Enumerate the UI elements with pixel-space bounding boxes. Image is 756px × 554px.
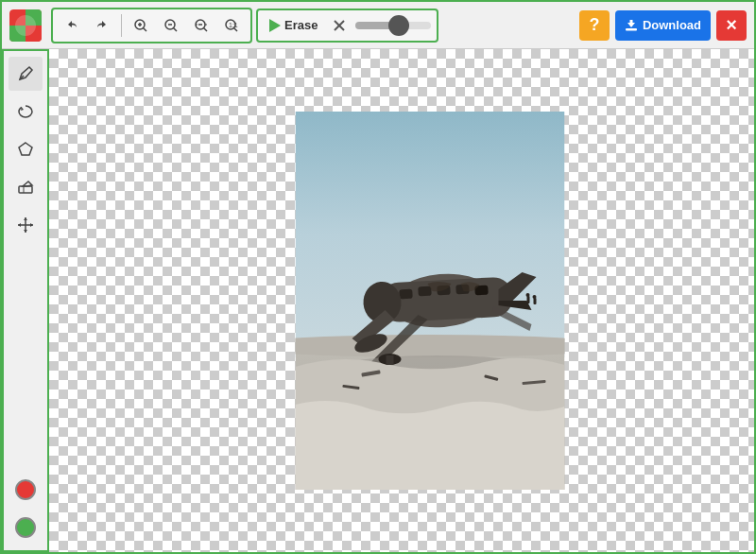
svg-marker-33 — [30, 223, 33, 227]
svg-marker-32 — [18, 223, 21, 227]
top-toolbar: 1:1 Erase ? — [2, 2, 754, 49]
left-sidebar — [2, 49, 49, 552]
redo-button[interactable] — [89, 12, 115, 39]
erase-button[interactable]: Erase — [264, 15, 323, 35]
history-zoom-group: 1:1 — [51, 8, 252, 43]
svg-text:1:1: 1:1 — [229, 22, 238, 28]
pen-icon — [16, 64, 35, 83]
eraser-icon — [16, 178, 35, 197]
help-button[interactable]: ? — [579, 10, 610, 41]
brush-size-slider[interactable] — [355, 22, 431, 29]
svg-marker-23 — [627, 20, 635, 27]
close-app-icon: × — [726, 14, 737, 36]
svg-point-54 — [525, 293, 529, 297]
svg-line-8 — [144, 27, 147, 31]
svg-point-36 — [295, 335, 564, 357]
svg-rect-39 — [399, 289, 413, 300]
top-right-buttons: ? Download × — [579, 10, 747, 41]
app-logo — [9, 9, 42, 42]
svg-rect-4 — [15, 15, 36, 36]
svg-rect-53 — [526, 296, 529, 303]
erase-group: Erase — [256, 9, 438, 43]
help-icon: ? — [589, 15, 599, 35]
zoom-in-button[interactable] — [128, 12, 154, 39]
canvas-area[interactable] — [49, 49, 754, 552]
svg-point-56 — [532, 295, 536, 299]
svg-marker-25 — [19, 143, 32, 155]
lasso-tool-button[interactable] — [9, 95, 43, 129]
download-label: Download — [643, 18, 701, 32]
main-area — [2, 49, 754, 552]
background-color-button[interactable] — [9, 511, 43, 545]
erase-cancel-button[interactable] — [327, 13, 352, 38]
polygon-icon — [16, 140, 35, 159]
zoom-fit-button[interactable] — [188, 12, 215, 39]
svg-rect-48 — [386, 355, 393, 365]
background-color-swatch — [15, 517, 36, 538]
erase-label: Erase — [284, 18, 318, 32]
svg-marker-30 — [24, 217, 27, 220]
svg-marker-31 — [24, 230, 27, 233]
svg-rect-26 — [19, 186, 32, 193]
svg-line-11 — [174, 27, 178, 31]
foreground-color-swatch — [15, 479, 36, 500]
divider — [121, 14, 122, 37]
canvas-image — [295, 112, 564, 490]
brush-size-container — [355, 22, 431, 29]
move-icon — [16, 216, 35, 234]
eraser-tool-button[interactable] — [9, 170, 43, 204]
polygon-tool-button[interactable] — [9, 132, 43, 166]
svg-rect-55 — [533, 298, 536, 304]
zoom-out-button[interactable] — [158, 12, 184, 39]
zoom-actual-button[interactable]: 1:1 — [218, 12, 245, 39]
svg-rect-40 — [418, 286, 432, 297]
svg-rect-22 — [626, 28, 637, 31]
close-app-button[interactable]: × — [716, 10, 747, 41]
svg-line-19 — [234, 27, 238, 31]
erase-play-icon — [269, 19, 281, 32]
app-container: 1:1 Erase ? — [0, 0, 756, 554]
foreground-color-button[interactable] — [9, 473, 43, 507]
move-tool-button[interactable] — [9, 208, 43, 242]
download-button[interactable]: Download — [615, 10, 711, 41]
undo-button[interactable] — [59, 12, 85, 39]
pen-tool-button[interactable] — [9, 57, 43, 91]
svg-line-14 — [204, 27, 208, 31]
download-icon — [625, 19, 638, 32]
lasso-icon — [16, 102, 35, 121]
